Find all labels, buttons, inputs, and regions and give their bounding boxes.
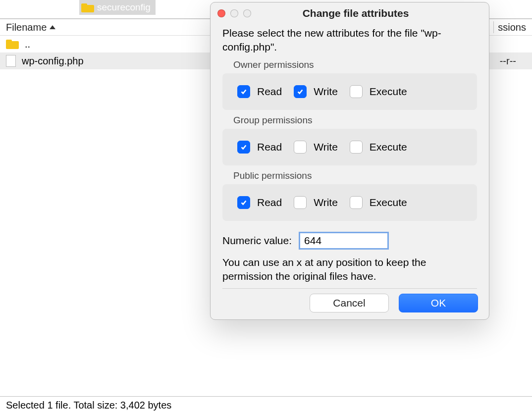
numeric-hint: You can use an x at any position to keep…: [222, 256, 477, 284]
group-execute-checkbox[interactable]: [350, 141, 363, 154]
public-read-label: Read: [257, 197, 282, 208]
dialog-titlebar: Change file attributes: [211, 2, 489, 24]
dialog-body: Please select the new attributes for the…: [211, 24, 489, 289]
column-permissions-partial: ssions: [498, 22, 526, 33]
owner-execute-label: Execute: [370, 86, 407, 98]
group-permissions-label: Group permissions: [233, 115, 477, 126]
group-read-label: Read: [257, 141, 282, 153]
path-chip[interactable]: secureconfig: [79, 0, 156, 15]
file-permissions: --r--: [500, 55, 516, 67]
dialog-title: Change file attributes: [229, 7, 482, 19]
public-write-label: Write: [314, 197, 338, 208]
dialog-separator: [222, 288, 477, 289]
path-folder-name: secureconfig: [97, 2, 151, 13]
owner-read-label: Read: [257, 86, 282, 98]
column-filename: Filename: [6, 22, 47, 33]
public-execute-checkbox[interactable]: [350, 196, 363, 209]
group-read-checkbox[interactable]: [237, 141, 250, 154]
group-permissions-box: Read Write Execute: [222, 129, 477, 165]
status-text: Selected 1 file. Total size: 3,402 bytes: [6, 400, 171, 411]
owner-write-label: Write: [314, 86, 338, 98]
owner-write-checkbox[interactable]: [294, 85, 307, 98]
owner-read-checkbox[interactable]: [237, 85, 250, 98]
public-execute-label: Execute: [370, 197, 407, 208]
numeric-value-label: Numeric value:: [222, 235, 292, 247]
status-bar: Selected 1 file. Total size: 3,402 bytes: [0, 396, 532, 414]
owner-execute-checkbox[interactable]: [350, 85, 363, 98]
group-write-checkbox[interactable]: [294, 141, 307, 154]
dialog-prompt: Please select the new attributes for the…: [222, 26, 477, 54]
numeric-value-input[interactable]: [299, 232, 389, 250]
group-execute-label: Execute: [370, 141, 407, 153]
owner-permissions-label: Owner permissions: [233, 59, 477, 70]
folder-icon: [81, 2, 94, 12]
public-permissions-box: Read Write Execute: [222, 184, 477, 221]
window-close-icon[interactable]: [217, 9, 225, 17]
numeric-value-row: Numeric value:: [222, 232, 477, 250]
public-write-checkbox[interactable]: [294, 196, 307, 209]
ok-button[interactable]: OK: [399, 294, 478, 312]
file-browser: secureconfig Filename ssions .. wp-confi…: [0, 0, 532, 414]
owner-permissions-box: Read Write Execute: [222, 73, 477, 110]
change-attributes-dialog: Change file attributes Please select the…: [210, 2, 489, 320]
public-permissions-label: Public permissions: [233, 170, 477, 181]
cancel-button[interactable]: Cancel: [310, 294, 389, 312]
group-write-label: Write: [314, 141, 338, 153]
dialog-button-row: Cancel OK: [211, 294, 489, 317]
column-divider: [493, 21, 494, 33]
folder-icon: [6, 39, 19, 49]
file-icon: [6, 55, 16, 67]
public-read-checkbox[interactable]: [237, 196, 250, 209]
sort-ascending-icon: [50, 25, 55, 29]
